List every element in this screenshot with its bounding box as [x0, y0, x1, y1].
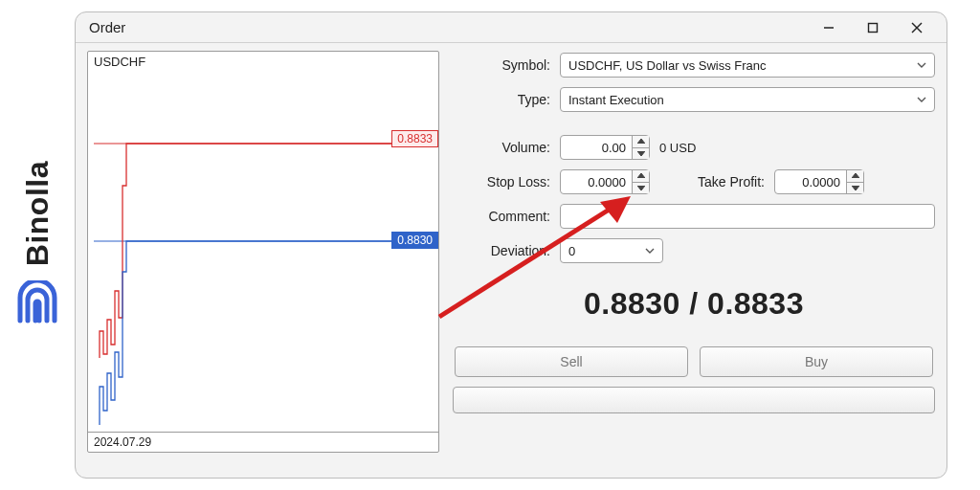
chevron-down-icon: [917, 95, 926, 104]
chevron-down-icon: [917, 60, 926, 70]
chart-date: 2024.07.29: [94, 435, 151, 449]
takeprofit-value: 0.0000: [775, 175, 846, 189]
volume-label: Volume:: [453, 140, 560, 155]
deviation-select[interactable]: 0: [560, 238, 663, 263]
price-bid: 0.8830: [584, 286, 680, 321]
maximize-icon[interactable]: [851, 12, 895, 43]
takeprofit-input[interactable]: 0.0000: [774, 169, 864, 194]
chart-panel: USDCHF 0.8833 0.8830 2024.07.29: [87, 51, 439, 453]
type-select[interactable]: Instant Execution: [560, 87, 935, 112]
svg-marker-11: [852, 186, 859, 190]
order-form: Symbol: USDCHF, US Dollar vs Swiss Franc…: [453, 51, 935, 466]
sell-button[interactable]: Sell: [455, 346, 688, 377]
tick-chart: [94, 71, 406, 434]
takeprofit-label: Take Profit:: [684, 174, 774, 189]
minimize-icon[interactable]: [807, 12, 851, 43]
svg-rect-1: [869, 23, 878, 32]
svg-marker-6: [637, 139, 645, 144]
chart-symbol: USDCHF: [94, 55, 145, 69]
price-sep: /: [680, 286, 707, 321]
titlebar: Order: [76, 12, 947, 43]
volume-input[interactable]: 0.00: [560, 135, 650, 160]
spin-up-icon[interactable]: [633, 170, 649, 182]
stoploss-label: Stop Loss:: [453, 174, 560, 189]
type-label: Type:: [453, 92, 560, 107]
svg-marker-8: [637, 173, 645, 178]
close-icon[interactable]: [895, 12, 939, 43]
svg-marker-9: [637, 186, 645, 190]
comment-input[interactable]: [560, 204, 935, 229]
deviation-value: 0: [568, 244, 575, 258]
symbol-label: Symbol:: [453, 57, 560, 73]
spin-down-icon[interactable]: [633, 147, 649, 160]
brand-logo-icon: [14, 280, 60, 329]
stoploss-value: 0.0000: [561, 175, 632, 189]
chart-bid-tag: 0.8830: [391, 232, 438, 249]
price-ask: 0.8833: [707, 286, 804, 321]
brand-sidebar: Binolla: [0, 0, 75, 490]
volume-value: 0.00: [561, 141, 632, 155]
spin-down-icon[interactable]: [847, 182, 863, 194]
bid-ask-display: 0.8830 / 0.8833: [453, 286, 935, 322]
brand-name: Binolla: [20, 161, 56, 266]
svg-marker-10: [852, 173, 859, 178]
spin-up-icon[interactable]: [633, 136, 649, 147]
comment-label: Comment:: [453, 209, 560, 224]
stoploss-input[interactable]: 0.0000: [560, 169, 650, 194]
order-window: Order USDCHF: [75, 11, 947, 479]
symbol-select[interactable]: USDCHF, US Dollar vs Swiss Franc: [560, 53, 935, 78]
svg-marker-7: [637, 151, 645, 156]
volume-currency: 0 USD: [659, 141, 696, 155]
buy-button[interactable]: Buy: [700, 346, 933, 377]
chevron-down-icon: [645, 246, 655, 256]
status-bar: [453, 387, 935, 413]
window-title: Order: [89, 19, 125, 35]
chart-ask-tag: 0.8833: [391, 130, 438, 147]
spin-down-icon[interactable]: [633, 182, 649, 194]
spin-up-icon[interactable]: [847, 170, 863, 182]
deviation-label: Deviation:: [453, 243, 560, 258]
type-value: Instant Execution: [568, 93, 664, 107]
symbol-value: USDCHF, US Dollar vs Swiss Franc: [568, 58, 767, 73]
